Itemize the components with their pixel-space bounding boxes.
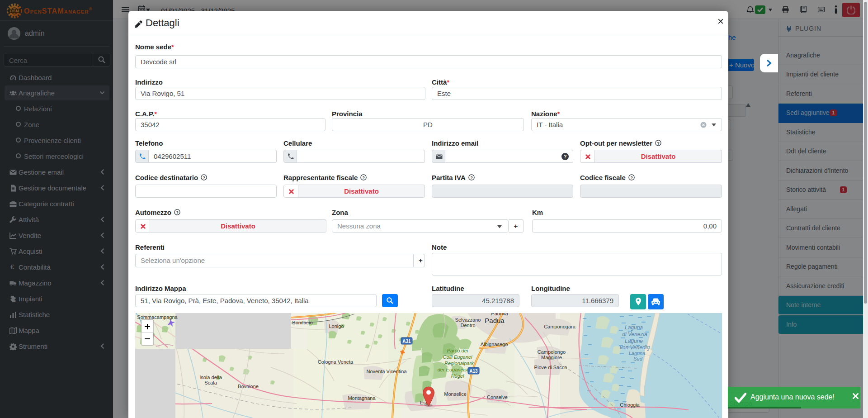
- svg-text:?: ?: [657, 141, 660, 146]
- svg-text:Lonigo: Lonigo: [329, 323, 344, 329]
- svg-text:Monselice: Monselice: [444, 391, 467, 397]
- svg-text:Conselve: Conselve: [487, 394, 508, 400]
- svg-text:A31: A31: [402, 339, 411, 344]
- svg-text:Isola della: Isola della: [199, 375, 222, 380]
- svg-text:A13: A13: [469, 369, 478, 374]
- svg-text:Bonifacio: Bonifacio: [292, 320, 312, 325]
- svg-text:?: ?: [203, 176, 205, 180]
- svg-text:Montagnana: Montagnana: [348, 395, 376, 401]
- svg-text:- Regionalpark: - Regionalpark: [441, 361, 474, 366]
- svg-text:Selvazzano: Selvazzano: [455, 317, 481, 323]
- svg-text:Padova: Padova: [491, 313, 508, 316]
- svg-text:Piove di Sacco: Piove di Sacco: [534, 365, 567, 370]
- svg-text:Bovolone: Bovolone: [238, 384, 259, 389]
- svg-text:?: ?: [470, 176, 473, 180]
- svg-text:Dentro: Dentro: [460, 323, 475, 328]
- svg-text:Scala: Scala: [204, 380, 217, 385]
- svg-text:Campolongo: Campolongo: [538, 349, 566, 355]
- svg-text:Hügel: Hügel: [451, 373, 464, 379]
- svg-text:?: ?: [176, 210, 179, 215]
- svg-text:Lagune: Lagune: [625, 338, 643, 344]
- svg-text:Chioggia: Chioggia: [620, 402, 640, 408]
- svg-text:von Venedig: von Venedig: [620, 344, 650, 351]
- svg-text:Albignasego: Albignasego: [481, 342, 508, 347]
- svg-text:Cologna Veneta: Cologna Veneta: [318, 359, 354, 365]
- svg-text:Padua: Padua: [485, 317, 505, 324]
- svg-text:Noventa Vicentina: Noventa Vicentina: [366, 369, 407, 374]
- svg-text:Maggiore: Maggiore: [541, 355, 562, 360]
- svg-text:Parco dei: Parco dei: [447, 348, 468, 353]
- svg-text:?: ?: [362, 176, 365, 180]
- svg-text:?: ?: [564, 154, 567, 159]
- svg-text:Sud: Sud: [633, 356, 642, 361]
- svg-text:Camponogara: Camponogara: [544, 324, 576, 329]
- svg-text:Colli Euganei: Colli Euganei: [443, 354, 472, 360]
- svg-text:?: ?: [630, 176, 633, 180]
- svg-text:di Venezia: di Venezia: [622, 331, 647, 337]
- svg-text:Laguna: Laguna: [629, 351, 646, 356]
- svg-text:Laguna: Laguna: [625, 324, 643, 331]
